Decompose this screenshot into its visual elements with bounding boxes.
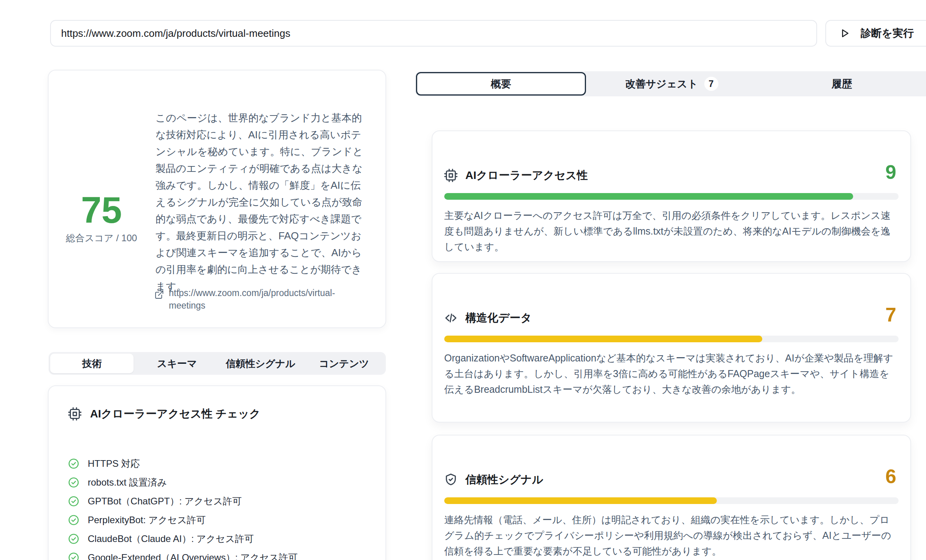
- overview-summary-text: このページは、世界的なブランド力と基本的な技術対応により、AIに引用される高いポ…: [156, 110, 369, 295]
- check-item: robots.txt 設置済み: [68, 473, 385, 492]
- metric-score: 9: [885, 163, 896, 182]
- analyzed-page-link[interactable]: https://www.zoom.com/ja/products/virtual…: [154, 287, 368, 312]
- metric-title: 信頼性シグナル: [465, 472, 543, 487]
- cpu-icon: [68, 407, 81, 421]
- metric-header: 構造化データ: [444, 274, 899, 325]
- external-link-icon: [154, 290, 164, 300]
- check-item: HTTPS 対応: [68, 454, 385, 473]
- result-tab-bar: 概要 改善サジェスト 7 履歴: [415, 71, 926, 96]
- metric-card-crawler-access: AIクローラーアクセス性 9 主要なAIクローラーへのアクセス許可は万全で、引用…: [432, 130, 911, 262]
- check-circle-icon: [68, 496, 79, 507]
- metric-progress-fill: [444, 193, 853, 200]
- metric-title: AIクローラーアクセス性: [465, 168, 588, 183]
- total-score-value: 75: [56, 192, 146, 229]
- metric-progress-track: [444, 336, 899, 342]
- metric-title: 構造化データ: [465, 311, 532, 325]
- total-score-label: 総合スコア / 100: [56, 232, 146, 244]
- play-icon: [839, 27, 850, 39]
- tab-schema[interactable]: スキーマ: [135, 352, 219, 375]
- check-item-label: GPTBot（ChatGPT）: アクセス許可: [88, 495, 242, 508]
- crawler-check-title: AIクローラーアクセス性 チェック: [90, 406, 260, 421]
- run-diagnosis-button[interactable]: 診断を実行: [825, 20, 926, 47]
- check-item-label: ClaudeBot（Claude AI）: アクセス許可: [88, 533, 254, 545]
- metric-header: AIクローラーアクセス性: [444, 131, 899, 183]
- overview-score-card: 75 総合スコア / 100 このページは、世界的なブランド力と基本的な技術対応…: [48, 70, 386, 328]
- check-item-label: HTTPS 対応: [88, 457, 140, 470]
- metric-header: 信頼性シグナル: [444, 435, 899, 487]
- metric-description: OrganizationやSoftwareApplicationなど基本的なスキ…: [444, 350, 899, 397]
- metric-description: 連絡先情報（電話、メール、住所）は明記されており、組織の実在性を示しています。し…: [444, 512, 899, 559]
- crawler-check-header: AIクローラーアクセス性 チェック: [49, 386, 385, 421]
- tab-overview[interactable]: 概要: [416, 72, 586, 96]
- tab-content[interactable]: コンテンツ: [302, 352, 386, 375]
- check-circle-icon: [68, 477, 79, 488]
- check-circle-icon: [68, 533, 79, 544]
- check-circle-icon: [68, 515, 79, 526]
- tab-overview-label: 概要: [491, 77, 511, 91]
- crawler-check-card: AIクローラーアクセス性 チェック HTTPS 対応 robots.txt 設置…: [48, 385, 386, 560]
- check-item: Google-Extended（AI Overviews）: アクセス許可: [68, 548, 385, 560]
- check-item: ClaudeBot（Claude AI）: アクセス許可: [68, 529, 385, 548]
- metric-score: 7: [885, 305, 896, 325]
- metric-card-trust-signals: 信頼性シグナル 6 連絡先情報（電話、メール、住所）は明記されており、組織の実在…: [432, 435, 911, 560]
- check-circle-icon: [68, 458, 79, 469]
- check-item-label: PerplexityBot: アクセス許可: [88, 514, 206, 526]
- tab-history[interactable]: 履歴: [757, 71, 926, 96]
- suggestions-count-badge: 7: [704, 77, 718, 91]
- cpu-icon: [444, 169, 458, 182]
- check-item: PerplexityBot: アクセス許可: [68, 511, 385, 529]
- metric-card-structured-data: 構造化データ 7 OrganizationやSoftwareApplicatio…: [432, 273, 911, 423]
- category-tab-bar: 技術 スキーマ 信頼性シグナル コンテンツ: [49, 352, 386, 375]
- metric-progress-track: [444, 497, 899, 504]
- crawler-check-list: HTTPS 対応 robots.txt 設置済み GPTBot（ChatGPT）…: [68, 454, 385, 560]
- code-icon: [444, 311, 458, 325]
- check-item-label: robots.txt 設置済み: [88, 476, 167, 489]
- tab-technical[interactable]: 技術: [50, 354, 134, 373]
- tab-suggestions-label: 改善サジェスト: [625, 77, 698, 91]
- metric-score: 6: [885, 467, 896, 486]
- metric-description: 主要なAIクローラーへのアクセス許可は万全で、引用の必須条件をクリアしています。…: [444, 208, 899, 255]
- tab-trust-signals[interactable]: 信頼性シグナル: [219, 352, 302, 375]
- tab-suggestions[interactable]: 改善サジェスト 7: [587, 71, 757, 96]
- check-circle-icon: [68, 552, 79, 560]
- check-item-label: Google-Extended（AI Overviews）: アクセス許可: [88, 551, 298, 560]
- metric-progress-fill: [444, 336, 762, 342]
- metric-progress-track: [444, 193, 899, 200]
- check-item: GPTBot（ChatGPT）: アクセス許可: [68, 492, 385, 511]
- url-input[interactable]: [50, 20, 817, 47]
- tab-history-label: 履歴: [832, 77, 852, 91]
- total-score-block: 75 総合スコア / 100: [56, 192, 146, 244]
- analyzed-page-link-text: https://www.zoom.com/ja/products/virtual…: [169, 287, 353, 312]
- metric-progress-fill: [444, 497, 717, 504]
- shield-check-icon: [444, 473, 458, 486]
- run-diagnosis-label: 診断を実行: [861, 26, 914, 40]
